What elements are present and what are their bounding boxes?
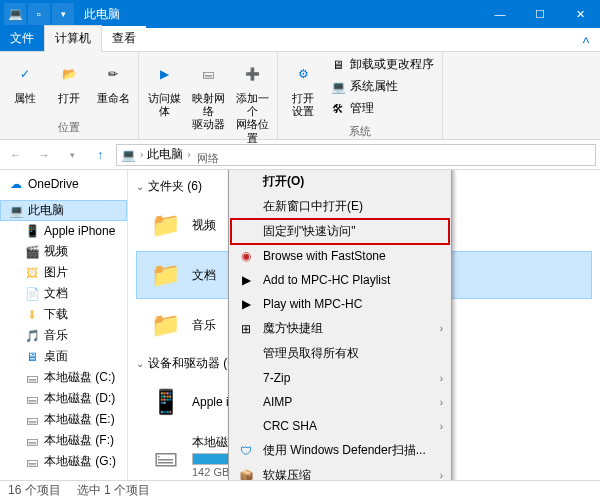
access-media-button[interactable]: ▶访问媒体 (143, 54, 185, 122)
sidebar-onedrive[interactable]: ☁OneDrive (0, 174, 127, 194)
pictures-icon: 🖼 (24, 265, 40, 281)
drive-icon: 🖴 (24, 433, 40, 449)
music-icon: 🎵 (24, 328, 40, 344)
drive-icon: 🖴 (24, 391, 40, 407)
drive-icon: 🖴 (24, 412, 40, 428)
content-pane[interactable]: ⌄文件夹 (6) 📁视频 📁文档 📁音乐 ⌄设备和驱动器 (6) 📱Apple … (128, 170, 600, 480)
status-item-count: 16 个项目 (8, 482, 61, 499)
sidebar-videos[interactable]: 🎬视频 (0, 241, 127, 262)
status-selected-count: 选中 1 个项目 (77, 482, 150, 499)
cm-open[interactable]: 打开(O) (231, 170, 449, 194)
context-menu: 打开(O) 在新窗口中打开(E) 固定到"快速访问" ◉Browse with … (228, 170, 452, 480)
qat-button[interactable]: ▫ (28, 3, 50, 25)
chevron-right-icon[interactable]: › (187, 149, 190, 160)
tab-view[interactable]: 查看 (102, 26, 146, 51)
sidebar-downloads[interactable]: ⬇下载 (0, 304, 127, 325)
cm-open-new-window[interactable]: 在新窗口中打开(E) (231, 194, 449, 219)
cm-take-ownership[interactable]: 管理员取得所有权 (231, 341, 449, 366)
folder-icon: 📁 (148, 207, 184, 243)
cm-pin-quick-access[interactable]: 固定到"快速访问" (231, 219, 449, 244)
cm-7zip[interactable]: 7-Zip› (231, 366, 449, 390)
cm-aimp[interactable]: AIMP› (231, 390, 449, 414)
chevron-right-icon[interactable]: › (140, 149, 143, 160)
chevron-right-icon: › (440, 470, 443, 480)
ribbon-group-location: ✓属性 📂打开 ✏重命名 位置 (0, 52, 139, 139)
breadcrumb-pc-icon: 💻 (121, 148, 136, 162)
cm-defender[interactable]: 🛡使用 Windows Defender扫描... (231, 438, 449, 463)
desktop-icon: 🖥 (24, 349, 40, 365)
sidebar-this-pc[interactable]: 💻此电脑 (0, 200, 127, 221)
sidebar-disk-c[interactable]: 🖴本地磁盘 (C:) (0, 367, 127, 388)
ribbon-group-system: ⚙打开 设置 🖥卸载或更改程序 💻系统属性 🛠管理 系统 (278, 52, 443, 139)
nav-recent-icon[interactable]: ▾ (60, 143, 84, 167)
rename-button[interactable]: ✏重命名 (92, 54, 134, 109)
nav-up-icon[interactable]: ↑ (88, 143, 112, 167)
nav-forward-icon: → (32, 143, 56, 167)
sidebar-network[interactable]: 🖧网络 (0, 478, 127, 480)
nav-back-icon[interactable]: ← (4, 143, 28, 167)
help-icon[interactable]: ^ (572, 35, 600, 51)
open-settings-button[interactable]: ⚙打开 设置 (282, 54, 324, 122)
qat-dropdown-icon[interactable]: ▾ (52, 3, 74, 25)
title-bar: 💻 ▫ ▾ 此电脑 — ☐ ✕ (0, 0, 600, 28)
map-network-button[interactable]: 🖴映射网络 驱动器 (187, 54, 229, 136)
folder-icon: 📁 (148, 307, 184, 343)
drive-icon: 🖴 (24, 454, 40, 470)
cm-play-mpc[interactable]: ▶Play with MPC-HC (231, 292, 449, 316)
documents-icon: 📄 (24, 286, 40, 302)
chevron-down-icon: ⌄ (136, 181, 144, 192)
media-icon: ▶ (148, 58, 180, 90)
navigation-pane[interactable]: ☁OneDrive 💻此电脑 📱Apple iPhone 🎬视频 🖼图片 📄文档… (0, 170, 128, 480)
window-title: 此电脑 (84, 6, 120, 23)
cm-add-mpc-playlist[interactable]: ▶Add to MPC-HC Playlist (231, 268, 449, 292)
system-props-icon: 💻 (330, 79, 346, 95)
cm-crc-sha[interactable]: CRC SHA› (231, 414, 449, 438)
maximize-button[interactable]: ☐ (520, 0, 560, 28)
navigation-bar: ← → ▾ ↑ 💻 › 此电脑 › (0, 140, 600, 170)
open-button[interactable]: 📂打开 (48, 54, 90, 109)
sidebar-desktop[interactable]: 🖥桌面 (0, 346, 127, 367)
sidebar-pictures[interactable]: 🖼图片 (0, 262, 127, 283)
chevron-right-icon: › (440, 373, 443, 384)
properties-button[interactable]: ✓属性 (4, 54, 46, 109)
tab-file[interactable]: 文件 (0, 26, 44, 51)
pc-icon[interactable]: 💻 (4, 3, 26, 25)
sidebar-disk-g[interactable]: 🖴本地磁盘 (G:) (0, 451, 127, 472)
chevron-right-icon: › (440, 421, 443, 432)
downloads-icon: ⬇ (24, 307, 40, 323)
add-network-button[interactable]: ➕添加一个 网络位置 (231, 54, 273, 149)
ribbon-group-network: ▶访问媒体 🖴映射网络 驱动器 ➕添加一个 网络位置 网络 (139, 52, 278, 139)
faststone-icon: ◉ (237, 248, 255, 264)
sidebar-music[interactable]: 🎵音乐 (0, 325, 127, 346)
phone-icon: 📱 (148, 384, 184, 420)
add-network-icon: ➕ (236, 58, 268, 90)
sidebar-apple-iphone[interactable]: 📱Apple iPhone (0, 221, 127, 241)
videos-icon: 🎬 (24, 244, 40, 260)
folder-icon: 📁 (148, 257, 184, 293)
minimize-button[interactable]: — (480, 0, 520, 28)
sidebar-documents[interactable]: 📄文档 (0, 283, 127, 304)
uninstall-button[interactable]: 🖥卸载或更改程序 (326, 54, 438, 75)
manage-icon: 🛠 (330, 101, 346, 117)
breadcrumb[interactable]: 💻 › 此电脑 › (116, 144, 596, 166)
system-properties-button[interactable]: 💻系统属性 (326, 76, 438, 97)
sidebar-disk-e[interactable]: 🖴本地磁盘 (E:) (0, 409, 127, 430)
chevron-right-icon: › (440, 323, 443, 334)
sidebar-disk-f[interactable]: 🖴本地磁盘 (F:) (0, 430, 127, 451)
cm-soft-compress[interactable]: 📦软媒压缩› (231, 463, 449, 480)
mpc-icon: ▶ (237, 296, 255, 312)
compress-icon: 📦 (237, 468, 255, 481)
cm-browse-faststone[interactable]: ◉Browse with FastStone (231, 244, 449, 268)
settings-icon: ⚙ (287, 58, 319, 90)
manage-button[interactable]: 🛠管理 (326, 98, 438, 119)
close-button[interactable]: ✕ (560, 0, 600, 28)
chevron-right-icon: › (440, 397, 443, 408)
cm-magic-group[interactable]: ⊞魔方快捷组› (231, 316, 449, 341)
open-icon: 📂 (53, 58, 85, 90)
breadcrumb-root[interactable]: 此电脑 (147, 146, 183, 163)
sidebar-disk-d[interactable]: 🖴本地磁盘 (D:) (0, 388, 127, 409)
status-bar: 16 个项目 选中 1 个项目 (0, 480, 600, 500)
drive-icon: 🖴 (24, 370, 40, 386)
tab-computer[interactable]: 计算机 (44, 25, 102, 52)
mpc-icon: ▶ (237, 272, 255, 288)
